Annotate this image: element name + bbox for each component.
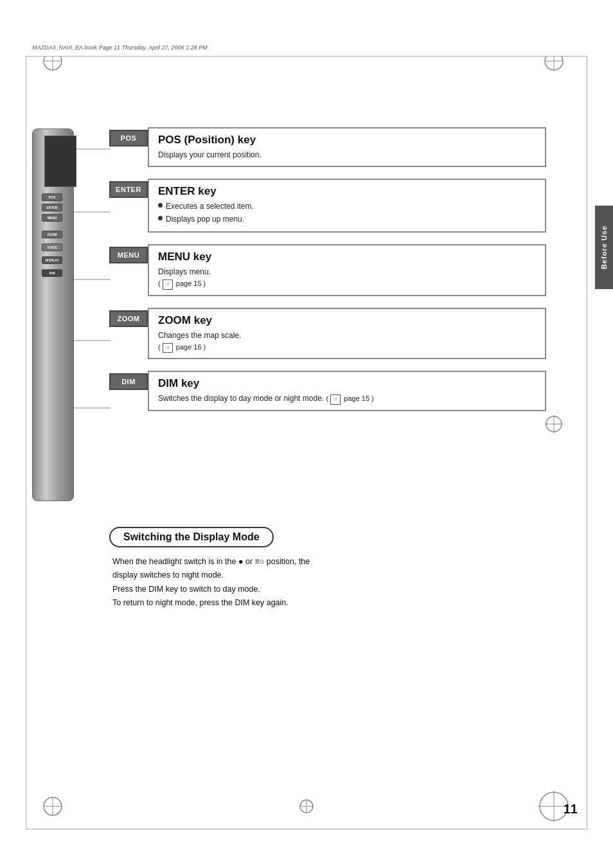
- enter-bullet-2-text: Displays pop up menu.: [166, 213, 244, 225]
- zoom-key-title: ZOOM key: [158, 314, 536, 327]
- menu-key-title: MENU key: [158, 251, 536, 263]
- menu-key-desc: Displays menu. ( ☞ page 15 ): [158, 266, 536, 290]
- menu-page-ref: ( ☞ page 15 ): [158, 279, 206, 287]
- zoom-page-icon: ☞: [163, 343, 173, 353]
- switch-line-1: When the headlight switch is in the ● or…: [112, 557, 310, 566]
- dim-page-icon: ☞: [330, 394, 341, 405]
- switch-display-mode-section: Switching the Display Mode When the head…: [109, 527, 482, 610]
- switch-line-3: Press the DIM key to switch to day mode.: [112, 585, 260, 594]
- switch-line-2: display switches to night mode.: [112, 571, 224, 580]
- switch-display-body: When the headlight switch is in the ● or…: [109, 555, 482, 610]
- page-number: 11: [564, 802, 578, 817]
- dim-key-box: DIM DIM key Switches the display to day …: [109, 371, 546, 411]
- device-body: POS ENTER MENU ZOOM VOICE DISPLAY DIM: [32, 128, 74, 501]
- bullet-dot-1: [158, 203, 163, 208]
- dim-key-title: DIM key: [158, 377, 536, 390]
- dim-desc-text: Switches the display to day mode or nigh…: [158, 394, 324, 403]
- dim-key-content: DIM key Switches the display to day mode…: [148, 371, 546, 411]
- menu-key-content: MENU key Displays menu. ( ☞ page 15 ): [148, 244, 546, 296]
- menu-desc-text: Displays menu.: [158, 267, 211, 276]
- pos-key-box: POS POS (Position) key Displays your cur…: [109, 127, 546, 167]
- menu-key-label: MENU: [109, 247, 148, 263]
- menu-key-box: MENU MENU key Displays menu. ( ☞ page 15…: [109, 244, 546, 296]
- device-buttons: POS ENTER MENU ZOOM VOICE DISPLAY DIM: [42, 193, 69, 279]
- device-btn-voice: VOICE: [42, 244, 62, 251]
- menu-page-ref-text: page 15: [176, 279, 202, 287]
- switch-line-4: To return to night mode, press the DIM k…: [112, 598, 289, 607]
- bullet-dot-2: [158, 216, 163, 220]
- zoom-page-ref-text: page 16: [176, 343, 202, 351]
- device-btn-enter: ENTER: [42, 204, 62, 211]
- side-tab: Before Use: [595, 206, 613, 289]
- enter-key-content: ENTER key Executes a selected item. Disp…: [148, 179, 546, 233]
- device-btn-display: DISPLAY: [42, 256, 62, 264]
- zoom-key-desc: Changes the map scale. ( ☞ page 16 ): [158, 330, 536, 353]
- device-btn-dim: DIM: [42, 269, 62, 277]
- zoom-desc-text: Changes the map scale.: [158, 331, 241, 340]
- pos-key-title: POS (Position) key: [158, 134, 536, 146]
- zoom-key-box: ZOOM ZOOM key Changes the map scale. ( ☞…: [109, 308, 546, 360]
- header-bar: MAZDA3_NAVI_EA.book Page 11 Thursday, Ap…: [26, 39, 587, 57]
- enter-bullet-1-text: Executes a selected item.: [166, 200, 254, 212]
- dim-page-ref: ( ☞ page 15 ): [326, 394, 373, 402]
- enter-key-box: ENTER ENTER key Executes a selected item…: [109, 179, 546, 233]
- device-screen: [44, 136, 76, 187]
- menu-page-icon: ☞: [163, 279, 173, 290]
- dim-key-label: DIM: [109, 373, 148, 390]
- dim-page-ref-text: page 15: [344, 394, 369, 402]
- pos-key-content: POS (Position) key Displays your current…: [148, 127, 546, 167]
- zoom-key-label: ZOOM: [109, 310, 148, 327]
- device-btn-zoom: ZOOM: [42, 231, 62, 238]
- enter-bullet-2: Displays pop up menu.: [158, 213, 536, 225]
- zoom-key-content: ZOOM key Changes the map scale. ( ☞ page…: [148, 308, 546, 360]
- pos-key-desc: Displays your current position.: [158, 149, 536, 161]
- enter-key-label: ENTER: [109, 181, 148, 198]
- dim-key-desc: Switches the display to day mode or nigh…: [158, 393, 536, 405]
- enter-bullet-1: Executes a selected item.: [158, 200, 536, 212]
- header-text: MAZDA3_NAVI_EA.book Page 11 Thursday, Ap…: [32, 44, 208, 51]
- main-content: POS POS (Position) key Displays your cur…: [109, 96, 546, 423]
- device-btn-menu: MENU: [42, 214, 62, 222]
- device-illustration: POS ENTER MENU ZOOM VOICE DISPLAY DIM: [26, 128, 103, 514]
- side-tab-label: Before Use: [600, 226, 608, 269]
- pos-key-label: POS: [109, 130, 148, 146]
- zoom-page-ref: ( ☞ page 16 ): [158, 343, 206, 351]
- device-btn-pos: POS: [42, 193, 62, 201]
- switch-display-title: Switching the Display Mode: [109, 527, 274, 547]
- enter-key-title: ENTER key: [158, 185, 536, 198]
